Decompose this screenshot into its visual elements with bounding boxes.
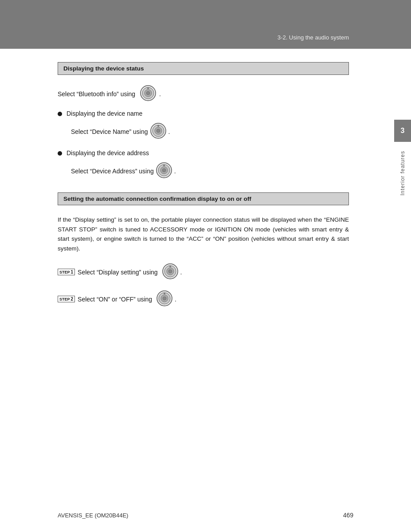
bullet1-sub-period: .: [168, 128, 170, 135]
step1-badge: STEP 1: [58, 269, 75, 275]
section2: Setting the automatic connection confirm…: [58, 192, 349, 308]
svg-point-4: [147, 87, 149, 89]
knob-icon-3: [156, 162, 172, 180]
svg-point-13: [162, 168, 166, 172]
step2-line: STEP 2 Select “ON” or “OFF” using .: [58, 290, 349, 308]
step1-period: .: [180, 269, 182, 276]
step1-label: STEP: [59, 270, 70, 274]
step0-text: Select “Bluetooth info” using: [58, 90, 135, 98]
footer-model: AVENSIS_EE (OM20B44E): [58, 512, 128, 519]
step0-period: .: [159, 90, 161, 98]
bullet1-sub-text: Select “Device Name” using: [71, 128, 148, 135]
footer: AVENSIS_EE (OM20B44E) 469: [0, 512, 411, 519]
chapter-label: Interior features: [394, 146, 411, 200]
section2-title: Setting the automatic connection confirm…: [58, 192, 349, 205]
bullet1-sub: Select “Device Name” using .: [71, 122, 349, 141]
footer-page: 469: [343, 512, 353, 519]
bullet1: Displaying the device name: [58, 110, 349, 117]
knob-icon-2: [150, 122, 167, 141]
bullet1-dot: [58, 112, 62, 116]
step2-text: Select “ON” or “OFF” using: [78, 296, 152, 303]
step2-num: 2: [71, 297, 74, 301]
bullet2-sub-text: Select “Device Address” using: [71, 168, 154, 175]
bullet2-sub-period: .: [174, 168, 176, 175]
svg-point-9: [157, 125, 159, 127]
knob-icon-5: [156, 290, 173, 308]
step0-line: Select “Bluetooth info” using .: [58, 85, 349, 103]
bullet2-dot: [58, 151, 62, 156]
knob-icon-1: [140, 85, 157, 103]
step2-label: STEP: [59, 297, 70, 301]
step2-badge: STEP 2: [58, 296, 75, 302]
section1-title: Displaying the device status: [58, 62, 349, 75]
bullet2-sub: Select “Device Address” using .: [71, 162, 349, 180]
svg-point-18: [168, 270, 172, 273]
step2-period: .: [175, 296, 176, 303]
bullet2-label: Displaying the device address: [67, 149, 149, 156]
main-content: Displaying the device status Select “Blu…: [0, 49, 411, 330]
section2-body: If the “Display setting” is set to on, t…: [58, 215, 349, 253]
svg-point-14: [163, 164, 165, 166]
bullet1-label: Displaying the device name: [67, 110, 142, 117]
svg-point-3: [146, 91, 150, 95]
svg-point-19: [169, 266, 171, 267]
svg-point-23: [163, 297, 166, 300]
step1-num: 1: [71, 270, 74, 274]
svg-point-8: [157, 129, 160, 133]
header-bar: 3-2. Using the audio system: [0, 0, 411, 49]
bullet2: Displaying the device address: [58, 149, 349, 156]
section-label: 3-2. Using the audio system: [278, 34, 349, 41]
step1-text: Select “Display setting” using: [78, 269, 158, 276]
step1-line: STEP 1 Select “Display setting” using .: [58, 263, 349, 281]
chapter-number: 3: [394, 120, 411, 142]
knob-icon-4: [162, 263, 179, 281]
section1: Displaying the device status Select “Blu…: [58, 62, 349, 180]
svg-point-24: [164, 293, 165, 294]
sidebar-tab: 3 Interior features: [394, 49, 411, 270]
